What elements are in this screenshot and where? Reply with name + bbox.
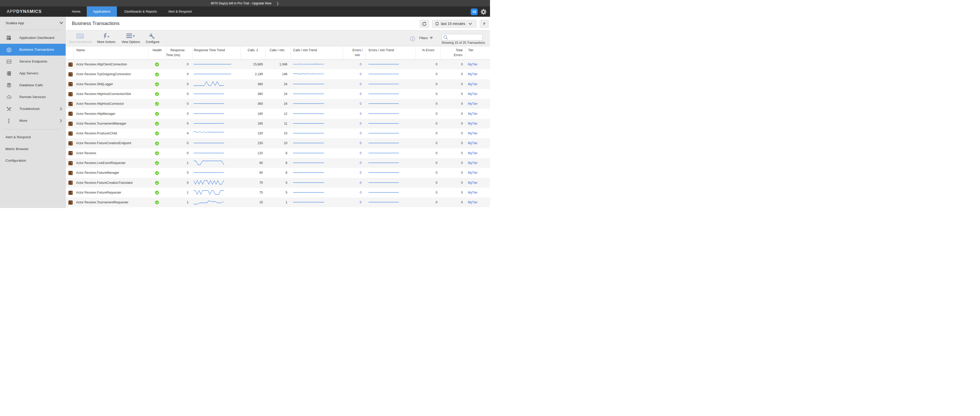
svg-text:J: J (69, 153, 70, 155)
svg-text:J: J (69, 143, 70, 145)
svg-text:J: J (69, 114, 70, 116)
svg-text:O: O (70, 133, 72, 136)
svg-text:J: J (69, 94, 70, 96)
svg-text:O: O (70, 75, 72, 76)
svg-text:O: O (70, 124, 72, 125)
svg-text:O: O (70, 203, 72, 205)
svg-text:O: O (70, 153, 72, 155)
svg-text:O: O (70, 193, 72, 195)
svg-text:O: O (70, 173, 72, 175)
svg-text:J: J (69, 84, 70, 86)
svg-text:J: J (69, 203, 70, 205)
svg-text:J: J (69, 124, 70, 125)
svg-text:J: J (69, 75, 70, 76)
svg-text:O: O (70, 163, 72, 165)
svg-text:J: J (69, 193, 70, 195)
svg-text:O: O (70, 94, 72, 96)
svg-text:O: O (70, 114, 72, 116)
svg-text:O: O (70, 84, 72, 86)
svg-text:J: J (69, 173, 70, 175)
svg-text:J: J (69, 183, 70, 185)
svg-text:J: J (69, 104, 70, 106)
svg-text:O: O (70, 65, 72, 67)
svg-text:J: J (69, 133, 70, 136)
svg-text:J: J (69, 65, 70, 67)
svg-text:O: O (70, 143, 72, 145)
svg-text:J: J (69, 163, 70, 165)
svg-text:O: O (70, 183, 72, 185)
svg-text:O: O (70, 104, 72, 106)
